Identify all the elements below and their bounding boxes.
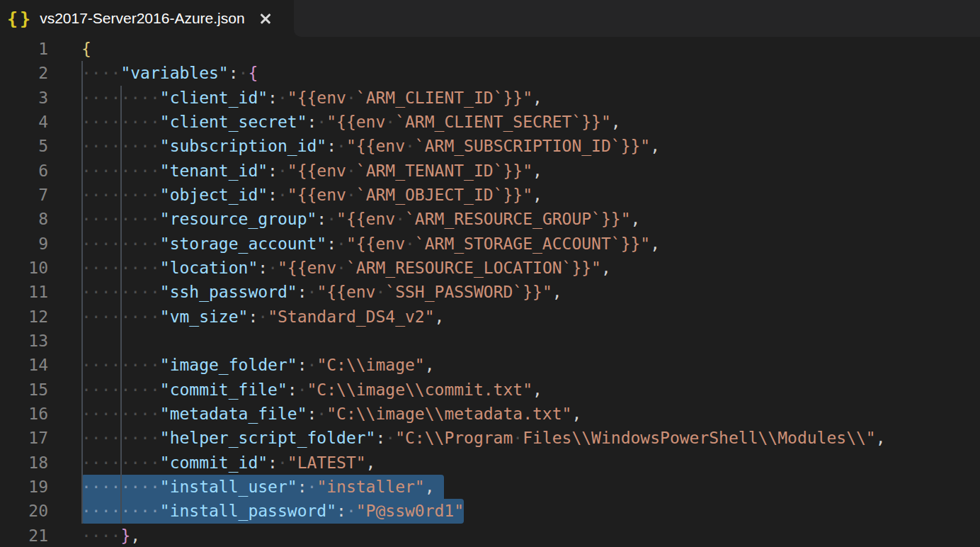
code-text[interactable]: ········"commit_id":·"LATEST", <box>81 451 375 475</box>
line-number[interactable]: 2 <box>0 61 48 85</box>
code-line[interactable]: 15········"commit_file":·"C:\\image\\com… <box>0 378 980 402</box>
code-line[interactable]: 17········"helper_script_folder":·"C:\\P… <box>0 426 980 450</box>
line-number[interactable]: 17 <box>0 426 48 450</box>
code-line[interactable]: 1{ <box>0 37 980 61</box>
code-text[interactable]: ········"client_id":·"{{env·`ARM_CLIENT_… <box>81 86 542 110</box>
code-line[interactable]: 2····"variables":·{ <box>0 61 980 85</box>
code-line[interactable]: 16········"metadata_file":·"C:\\image\\m… <box>0 402 980 426</box>
code-text[interactable]: { <box>81 37 91 61</box>
line-number[interactable]: 5 <box>0 134 48 158</box>
code-line[interactable]: 21····}, <box>0 524 980 547</box>
line-number[interactable]: 11 <box>0 280 48 304</box>
tab-vs2017-server2016-azure-json[interactable]: {} vs2017-Server2016-Azure.json <box>0 0 294 37</box>
json-braces-icon: {} <box>7 9 33 29</box>
code-editor[interactable]: 1{2····"variables":·{3········"client_id… <box>0 37 980 547</box>
code-text[interactable]: ········"client_secret":·"{{env·`ARM_CLI… <box>81 110 621 134</box>
line-number[interactable]: 10 <box>0 256 48 280</box>
line-number[interactable]: 12 <box>0 305 48 329</box>
line-number[interactable]: 15 <box>0 378 48 402</box>
code-text[interactable]: ········"object_id":·"{{env·`ARM_OBJECT_… <box>81 183 542 207</box>
code-text[interactable]: ····"variables":·{ <box>81 61 258 85</box>
tab-strip-filler <box>294 0 980 37</box>
line-number[interactable]: 18 <box>0 451 48 475</box>
line-number[interactable]: 16 <box>0 402 48 426</box>
code-line[interactable]: 11········"ssh_password":·"{{env·`SSH_PA… <box>0 280 980 304</box>
line-number[interactable]: 3 <box>0 86 48 110</box>
code-text[interactable]: ········"subscription_id":·"{{env·`ARM_S… <box>81 134 660 158</box>
code-text[interactable]: ········"storage_account":·"{{env·`ARM_S… <box>81 232 660 256</box>
line-number[interactable]: 7 <box>0 183 48 207</box>
code-line[interactable]: 19········"install_user":·"installer", <box>0 475 980 499</box>
line-number[interactable]: 1 <box>0 37 48 61</box>
close-icon[interactable] <box>258 11 273 26</box>
code-text[interactable]: ········"resource_group":·"{{env·`ARM_RE… <box>81 207 640 231</box>
code-line[interactable]: 7········"object_id":·"{{env·`ARM_OBJECT… <box>0 183 980 207</box>
code-line[interactable]: 6········"tenant_id":·"{{env·`ARM_TENANT… <box>0 159 980 183</box>
code-line[interactable]: 9········"storage_account":·"{{env·`ARM_… <box>0 232 980 256</box>
code-text[interactable]: ········"vm_size":·"Standard_DS4_v2", <box>81 305 444 329</box>
tab-bar: {} vs2017-Server2016-Azure.json <box>0 0 980 37</box>
code-line[interactable]: 5········"subscription_id":·"{{env·`ARM_… <box>0 134 980 158</box>
code-line[interactable]: 3········"client_id":·"{{env·`ARM_CLIENT… <box>0 86 980 110</box>
line-number[interactable]: 4 <box>0 110 48 134</box>
line-number[interactable]: 20 <box>0 499 48 523</box>
code-line[interactable]: 8········"resource_group":·"{{env·`ARM_R… <box>0 207 980 231</box>
code-text[interactable]: ········"install_user":·"installer", <box>81 475 435 499</box>
code-text[interactable]: ········"ssh_password":·"{{env·`SSH_PASS… <box>81 280 562 304</box>
tab-title: vs2017-Server2016-Azure.json <box>40 10 245 27</box>
line-number[interactable]: 19 <box>0 475 48 499</box>
code-text[interactable]: ········"install_password":·"P@ssw0rd1" <box>81 499 464 523</box>
line-number[interactable]: 21 <box>0 524 48 547</box>
code-line[interactable]: 20········"install_password":·"P@ssw0rd1… <box>0 499 980 523</box>
code-text[interactable]: ····}, <box>81 524 140 547</box>
code-line[interactable]: 14········"image_folder":·"C:\\image", <box>0 353 980 377</box>
code-line[interactable]: 4········"client_secret":·"{{env·`ARM_CL… <box>0 110 980 134</box>
code-line[interactable]: 10········"location":·"{{env·`ARM_RESOUR… <box>0 256 980 280</box>
code-line[interactable]: 12········"vm_size":·"Standard_DS4_v2", <box>0 305 980 329</box>
code-text[interactable]: ········"commit_file":·"C:\\image\\commi… <box>81 378 542 402</box>
code-text[interactable]: ········"location":·"{{env·`ARM_RESOURCE… <box>81 256 611 280</box>
code-text[interactable]: ········"metadata_file":·"C:\\image\\met… <box>81 402 581 426</box>
code-line[interactable]: 18········"commit_id":·"LATEST", <box>0 451 980 475</box>
code-line[interactable]: 13 <box>0 329 980 353</box>
code-text[interactable]: ········"helper_script_folder":·"C:\\Pro… <box>81 426 886 450</box>
line-number[interactable]: 13 <box>0 329 48 353</box>
code-text[interactable]: ········"tenant_id":·"{{env·`ARM_TENANT_… <box>81 159 542 183</box>
line-number[interactable]: 8 <box>0 207 48 231</box>
line-number[interactable]: 9 <box>0 232 48 256</box>
line-number[interactable]: 6 <box>0 159 48 183</box>
line-number[interactable]: 14 <box>0 353 48 377</box>
code-text[interactable]: ········"image_folder":·"C:\\image", <box>81 353 435 377</box>
